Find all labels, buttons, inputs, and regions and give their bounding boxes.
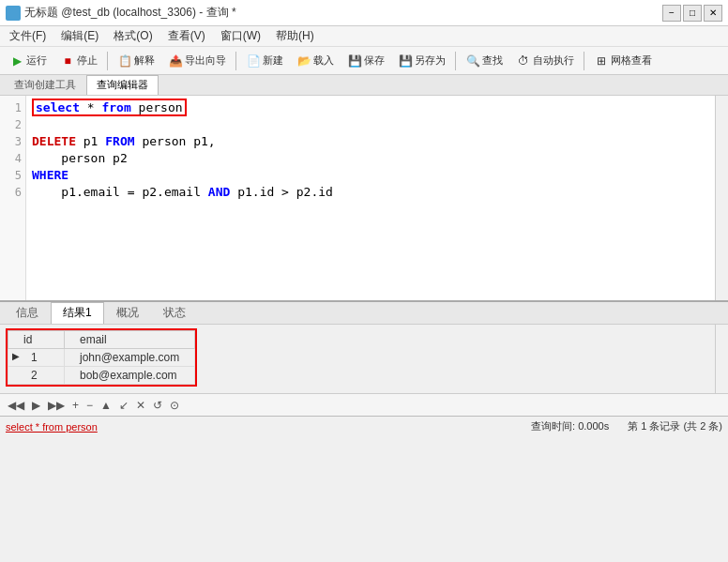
new-label: 新建 bbox=[263, 53, 283, 68]
col-header-email: email bbox=[65, 331, 195, 349]
app-icon bbox=[6, 6, 21, 21]
down-button[interactable]: ↙ bbox=[117, 399, 130, 412]
grid-table: id email ▶1 john@example.com 2 bob@examp… bbox=[8, 330, 195, 385]
run-label: 运行 bbox=[26, 53, 47, 68]
export-label: 导出向导 bbox=[185, 53, 226, 68]
status-right: 查询时间: 0.000s 第 1 条记录 (共 2 条) bbox=[531, 419, 722, 433]
save-icon: 💾 bbox=[347, 53, 362, 68]
code-line-5: WHERE bbox=[32, 167, 709, 184]
result-tabs: 信息 结果1 概况 状态 bbox=[0, 302, 728, 325]
editor-area[interactable]: 1 2 3 4 5 6 select * from person DELETE … bbox=[0, 96, 728, 302]
toolbar-sep-1 bbox=[107, 52, 108, 70]
result-scrollbar[interactable] bbox=[715, 325, 728, 393]
toolbar: ▶ 运行 ■ 停止 📋 解释 📤 导出向导 📄 新建 📂 载入 💾 保存 💾 另… bbox=[0, 47, 728, 75]
grid-header-row: id email bbox=[8, 331, 195, 349]
find-icon: 🔍 bbox=[465, 53, 480, 68]
load-button[interactable]: 📂 载入 bbox=[291, 50, 340, 72]
find-label: 查找 bbox=[482, 53, 503, 68]
autorun-icon: ⏱ bbox=[516, 53, 531, 68]
toolbar-sep-4 bbox=[584, 52, 584, 70]
menu-edit[interactable]: 编辑(E) bbox=[55, 26, 104, 46]
prev-record-button[interactable]: ▶ bbox=[30, 399, 42, 412]
cancel-button[interactable]: ✕ bbox=[134, 399, 147, 412]
stop-icon: ■ bbox=[60, 53, 75, 68]
close-button[interactable]: ✕ bbox=[704, 5, 722, 22]
export-icon: 📤 bbox=[168, 53, 183, 68]
window-controls[interactable]: − □ ✕ bbox=[662, 5, 722, 22]
grid-view-button[interactable]: ⊞ 网格查看 bbox=[588, 50, 658, 72]
result-grid: id email ▶1 john@example.com 2 bob@examp… bbox=[6, 328, 197, 387]
line-num-5: 5 bbox=[0, 167, 25, 184]
row1-email: john@example.com bbox=[65, 349, 195, 367]
settings-button[interactable]: ⊙ bbox=[168, 399, 181, 412]
tab-info[interactable]: 信息 bbox=[4, 302, 51, 324]
saveas-label: 另存为 bbox=[415, 53, 446, 68]
tab-overview[interactable]: 概况 bbox=[104, 302, 151, 324]
minimize-button[interactable]: − bbox=[662, 5, 681, 22]
editor-scrollbar[interactable] bbox=[715, 96, 728, 300]
refresh-button[interactable]: ↺ bbox=[151, 399, 164, 412]
stop-button[interactable]: ■ 停止 bbox=[54, 50, 103, 72]
save-label: 保存 bbox=[364, 53, 385, 68]
autorun-button[interactable]: ⏱ 自动执行 bbox=[510, 50, 580, 72]
grid-view-icon: ⊞ bbox=[594, 53, 609, 68]
menu-file[interactable]: 文件(F) bbox=[4, 26, 52, 46]
title-bar-left: 无标题 @test_db (localhost_3306) - 查询 * bbox=[6, 5, 236, 21]
row2-id: 2 bbox=[8, 367, 65, 385]
row2-email: bob@example.com bbox=[65, 367, 195, 385]
highlight-box: select * from person bbox=[32, 99, 187, 116]
saveas-icon: 💾 bbox=[398, 53, 413, 68]
maximize-button[interactable]: □ bbox=[683, 5, 702, 22]
explain-button[interactable]: 📋 解释 bbox=[112, 50, 160, 72]
toolbar-sep-2 bbox=[235, 52, 236, 70]
menu-format[interactable]: 格式(O) bbox=[108, 26, 158, 46]
query-time: 查询时间: 0.000s bbox=[531, 419, 609, 433]
delete-record-button[interactable]: − bbox=[84, 399, 95, 412]
next-record-button[interactable]: ▶▶ bbox=[46, 399, 67, 412]
bottom-controls: ◀◀ ▶ ▶▶ + − ▲ ↙ ✕ ↺ ⊙ bbox=[0, 393, 728, 416]
menu-window[interactable]: 窗口(W) bbox=[215, 26, 266, 46]
tab-status[interactable]: 状态 bbox=[151, 302, 198, 324]
code-line-4: person p2 bbox=[32, 150, 709, 167]
row1-id: ▶1 bbox=[8, 349, 65, 367]
line-num-1: 1 bbox=[0, 99, 25, 116]
menu-help[interactable]: 帮助(H) bbox=[270, 26, 320, 46]
status-bar: select * from person 查询时间: 0.000s 第 1 条记… bbox=[0, 416, 728, 436]
explain-icon: 📋 bbox=[117, 53, 132, 68]
code-line-2 bbox=[32, 116, 709, 133]
col-header-id: id bbox=[8, 331, 65, 349]
new-button[interactable]: 📄 新建 bbox=[240, 50, 289, 72]
result-section: id email ▶1 john@example.com 2 bob@examp… bbox=[0, 325, 728, 393]
run-button[interactable]: ▶ 运行 bbox=[4, 50, 53, 72]
line-num-6: 6 bbox=[0, 184, 25, 201]
run-icon: ▶ bbox=[9, 53, 24, 68]
code-line-6: p1.email = p2.email AND p1.id > p2.id bbox=[32, 184, 709, 201]
code-editor[interactable]: select * from person DELETE p1 FROM pers… bbox=[26, 96, 715, 300]
saveas-button[interactable]: 💾 另存为 bbox=[392, 50, 451, 72]
tab-query-builder[interactable]: 查询创建工具 bbox=[4, 75, 86, 95]
tab-result1[interactable]: 结果1 bbox=[51, 302, 104, 324]
new-icon: 📄 bbox=[246, 53, 261, 68]
toolbar-sep-3 bbox=[455, 52, 456, 70]
explain-label: 解释 bbox=[134, 53, 155, 68]
stop-label: 停止 bbox=[77, 53, 98, 68]
line-num-2: 2 bbox=[0, 116, 25, 133]
find-button[interactable]: 🔍 查找 bbox=[460, 50, 508, 72]
status-query: select * from person bbox=[6, 421, 98, 433]
title-bar: 无标题 @test_db (localhost_3306) - 查询 * − □… bbox=[0, 0, 728, 26]
load-label: 载入 bbox=[313, 53, 334, 68]
table-row[interactable]: ▶1 john@example.com bbox=[8, 349, 195, 367]
tab-query-editor[interactable]: 查询编辑器 bbox=[86, 75, 159, 95]
window-title: 无标题 @test_db (localhost_3306) - 查询 * bbox=[24, 5, 236, 21]
menu-view[interactable]: 查看(V) bbox=[162, 26, 211, 46]
grid-view-label: 网格查看 bbox=[611, 53, 652, 68]
up-button[interactable]: ▲ bbox=[99, 399, 114, 412]
first-record-button[interactable]: ◀◀ bbox=[6, 399, 26, 412]
table-row[interactable]: 2 bob@example.com bbox=[8, 367, 195, 385]
add-record-button[interactable]: + bbox=[70, 399, 81, 412]
code-line-1: select * from person bbox=[32, 99, 709, 116]
export-button[interactable]: 📤 导出向导 bbox=[162, 50, 232, 72]
result-area: id email ▶1 john@example.com 2 bob@examp… bbox=[0, 325, 715, 393]
line-num-4: 4 bbox=[0, 150, 25, 167]
save-button[interactable]: 💾 保存 bbox=[341, 50, 390, 72]
